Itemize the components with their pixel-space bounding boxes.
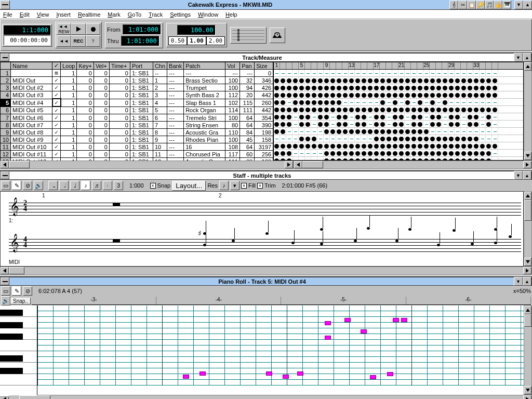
staff-info: 2:01:000 F#5 (66) (282, 182, 327, 189)
note-16th[interactable]: ♬ (92, 181, 101, 190)
pr-zoom: x=50% (513, 288, 531, 294)
pos-bbm[interactable]: 1:1:000 (4, 25, 50, 35)
menu-track[interactable]: Track (149, 11, 163, 18)
stop-button[interactable]: REC (71, 35, 86, 47)
note-half[interactable]: 𝅗𝅥 (59, 181, 69, 190)
rew2-button[interactable]: ◄◄ (57, 35, 71, 47)
track-hscroll-left[interactable] (0, 161, 294, 169)
track-hscroll-right[interactable] (294, 161, 532, 169)
staff-tool-select[interactable]: ▭ (1, 181, 10, 190)
layout-button[interactable]: Layout... (172, 181, 206, 191)
menu-insert[interactable]: Insert (56, 11, 71, 18)
rest-icon (113, 240, 120, 242)
transport-buttons: ◄◄REW ◄◄ REC ? (55, 22, 102, 48)
track-vscroll[interactable] (524, 62, 532, 161)
from-thru-box: From 1:01:000 Thru 1:01:000 (105, 22, 163, 48)
piano-grid[interactable] (37, 305, 524, 395)
tempo-ratio[interactable]: 0.50 1.00 2.00 (168, 36, 225, 45)
pr-draw[interactable]: ✎ (12, 286, 21, 296)
menu-view[interactable]: View (37, 11, 49, 18)
staff-tool-draw[interactable]: ✎ (12, 181, 21, 190)
measure-grid[interactable]: 159131721252933 (273, 62, 524, 161)
piano-keys[interactable] (0, 305, 37, 395)
menu-realtime[interactable]: Realtime (78, 11, 100, 18)
track-pane-title: Track/Measure ▼ ▲ (0, 53, 532, 62)
note-quarter[interactable]: ♩ (70, 181, 79, 190)
trim-check[interactable]: × (257, 183, 263, 189)
pr-speaker[interactable]: 🔊 (1, 296, 10, 305)
toolbar-tray: 𝄞 ✂ 📋 🔑 🎵 👍 🎹 (449, 1, 511, 9)
piano-ruler[interactable]: -3--4--5--6- (32, 297, 531, 305)
note-dot[interactable]: · (103, 181, 112, 190)
note-whole[interactable]: 𝅝 (48, 181, 58, 190)
track-table-wrap: Name✓LoopKey+Vel+Time+PortChnBankPatchVo… (0, 62, 273, 161)
app-titlebar: Cakewalk Express - MKWII.MID 𝄞 ✂ 📋 🔑 🎵 👍… (0, 0, 532, 10)
fader-box[interactable] (230, 27, 267, 44)
metronome-button[interactable]: 🕰 (270, 28, 285, 43)
piano-max-button[interactable]: ▲ (523, 277, 531, 286)
tray-btn-7[interactable]: 🎹 (502, 1, 511, 9)
piano-vscroll[interactable] (524, 305, 532, 395)
menu-mark[interactable]: Mark (108, 11, 120, 18)
track-min-button[interactable]: ▼ (514, 53, 523, 62)
tray-btn-2[interactable]: ✂ (458, 1, 467, 9)
menu-settings[interactable]: Settings (170, 11, 191, 18)
note-eighth[interactable]: ♪ (81, 181, 90, 190)
piano-pane-title: Piano Roll - Track 5: MIDI Out #4 ▼▲ (0, 277, 532, 286)
piano-min-button[interactable]: ▼ (514, 277, 523, 286)
staff-vscroll[interactable] (524, 191, 532, 267)
menu-goto[interactable]: GoTo (128, 11, 141, 18)
minimize-button[interactable]: ▼ (514, 1, 523, 9)
rest-icon (113, 203, 120, 206)
staff-hscroll[interactable] (0, 267, 532, 275)
menu-edit[interactable]: Edit (20, 11, 30, 18)
menu-file[interactable]: File (3, 11, 12, 18)
from-label: From (107, 26, 121, 33)
piano-hscroll[interactable] (0, 395, 532, 399)
res-down[interactable]: ▾ (230, 181, 240, 190)
pr-erase[interactable]: ⊘ (23, 286, 32, 296)
thru-value[interactable]: 1:01:000 (121, 36, 159, 46)
record-button[interactable] (86, 23, 100, 35)
staff-toolbar: ▭ ✎ ⊘ 🔊 𝅝 𝅗𝅥 ♩ ♪ ♬ · 3 1:000 × Snap Layo… (0, 180, 532, 191)
staff-min-button[interactable]: ▼ (514, 171, 523, 180)
menu-help[interactable]: Help (225, 11, 237, 18)
staff-max-button[interactable]: ▲ (523, 171, 531, 180)
pos-smpte[interactable]: 00:00:00:00 (4, 35, 50, 45)
system-menu-icon[interactable] (0, 1, 10, 9)
menubar: File Edit View Insert Realtime Mark GoTo… (0, 10, 532, 19)
tempo-value[interactable]: 100.00 (177, 25, 216, 35)
staff-pos: 1:000 (129, 182, 144, 189)
track-sys-icon[interactable] (1, 54, 9, 61)
menu-window[interactable]: Window (198, 11, 218, 18)
transport-toolbar: 1:1:000 00:00:00:00 ◄◄REW ◄◄ REC ? From … (0, 19, 532, 51)
pr-select[interactable]: ▭ (1, 286, 10, 296)
maximize-button[interactable]: ▲ (523, 1, 532, 9)
piano-sys-icon[interactable] (1, 277, 9, 285)
staff-tool-scrub[interactable]: 🔊 (34, 181, 43, 190)
app-title: Cakewalk Express - MKWII.MID (11, 2, 449, 8)
tempo-box: 100.00 0.50 1.00 2.00 (166, 23, 228, 47)
tray-btn-4[interactable]: 🔑 (476, 1, 485, 9)
from-value[interactable]: 1:01:000 (123, 24, 161, 35)
help-button[interactable]: ? (86, 35, 100, 47)
tray-btn-6[interactable]: 👍 (494, 1, 502, 9)
piano-roll-area (0, 305, 532, 395)
staff-canvas[interactable]: 1 2 𝄞 24 1: 𝄞 44 MIDI ♯ (0, 191, 524, 267)
res-note[interactable]: ♪ (219, 181, 229, 190)
snap-check[interactable]: × (150, 183, 156, 189)
sharp-icon: ♯ (198, 229, 202, 237)
note-triplet[interactable]: 3 (114, 181, 123, 190)
tray-btn-1[interactable]: 𝄞 (449, 1, 458, 9)
staff-tool-erase[interactable]: ⊘ (23, 181, 32, 190)
tray-btn-3[interactable]: 📋 (467, 1, 476, 9)
track-max-button[interactable]: ▲ (523, 53, 531, 62)
piano-toolbar: ▭ ✎ ⊘ 6:02:078 A 4 (57) x=50% (0, 286, 532, 296)
rewind-button[interactable]: ◄◄REW (57, 23, 71, 35)
play-button[interactable] (71, 23, 86, 35)
track-table[interactable]: Name✓LoopKey+Vel+Time+PortChnBankPatchVo… (0, 62, 273, 161)
tray-btn-5[interactable]: 🎵 (485, 1, 494, 9)
staff-sys-icon[interactable] (1, 171, 9, 179)
pr-snap[interactable]: Snap.. (10, 298, 31, 304)
fill-check[interactable]: × (241, 183, 247, 189)
